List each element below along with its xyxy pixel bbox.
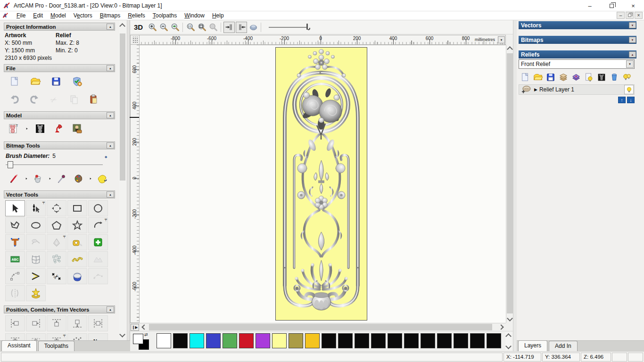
paste-button[interactable] xyxy=(86,92,102,107)
select-vectors-tool[interactable] xyxy=(5,200,25,216)
paragraph-text-tool[interactable]: ABC xyxy=(5,251,25,267)
palette-swatch-19[interactable] xyxy=(470,333,485,348)
relief-layers-button[interactable] xyxy=(570,71,582,83)
new-model-button[interactable] xyxy=(7,74,23,89)
wrap-vectors-tool[interactable] xyxy=(26,285,46,301)
palette-swatch-3[interactable] xyxy=(206,333,221,348)
palette-swatch-18[interactable] xyxy=(454,333,468,348)
palette-swatch-4[interactable] xyxy=(223,333,237,348)
align-centre-inside-button[interactable] xyxy=(26,333,46,340)
swap-colours-icon[interactable]: ⇄ xyxy=(144,332,148,337)
tab-add-in[interactable]: Add In xyxy=(549,341,578,351)
nesting-button[interactable]: Nes xyxy=(88,333,108,340)
2d-view-canvas[interactable] xyxy=(140,45,506,323)
create-circle-tool[interactable] xyxy=(88,200,108,216)
pan-mode-button[interactable]: ❙▶ xyxy=(131,324,139,331)
palette-swatch-8[interactable] xyxy=(289,333,303,348)
collapse-bitmap-tools-button[interactable]: ▲ xyxy=(107,142,114,148)
create-polygon-tool[interactable] xyxy=(47,217,66,233)
scroll-up-icon[interactable] xyxy=(505,333,512,339)
canvas-vertical-scrollbar[interactable] xyxy=(506,45,513,323)
palette-swatch-1[interactable] xyxy=(173,333,188,348)
child-close-icon[interactable]: × xyxy=(635,12,643,19)
lighting-button[interactable] xyxy=(50,122,66,136)
palette-swatch-16[interactable] xyxy=(421,333,435,348)
open-relief-button[interactable] xyxy=(531,71,544,83)
expand-bitmaps-button[interactable]: ▼ xyxy=(629,37,636,43)
collapse-project-info-button[interactable]: ▲ xyxy=(107,24,114,30)
move-layer-up-button[interactable]: ↑ xyxy=(618,97,626,103)
set-model-size-button[interactable]: T xyxy=(6,122,22,136)
layer-visibility-button[interactable] xyxy=(624,85,634,94)
palette-swatch-2[interactable] xyxy=(190,333,204,348)
flood-fill-tool[interactable] xyxy=(30,172,46,186)
move-layer-down-button[interactable]: ↓ xyxy=(627,97,635,103)
relief-layer-row[interactable]: ▶ Relief Layer 1 xyxy=(519,84,635,95)
redo-button[interactable] xyxy=(26,92,42,107)
switch-3d-view-button[interactable]: 3D xyxy=(130,22,147,33)
collapse-reliefs-button[interactable]: ▲ xyxy=(629,51,636,58)
envelope-distortion-tool[interactable] xyxy=(26,251,46,267)
menu-window[interactable]: Window xyxy=(181,11,208,20)
scroll-thumb[interactable] xyxy=(149,324,492,330)
collapse-vector-tools-button[interactable]: ▲ xyxy=(107,191,114,197)
palette-swatch-14[interactable] xyxy=(388,333,402,348)
palette-swatch-20[interactable] xyxy=(487,333,501,348)
palette-swatch-13[interactable] xyxy=(371,333,386,348)
tab-assistant[interactable]: Assistant xyxy=(1,340,37,351)
palette-swatch-10[interactable] xyxy=(322,333,336,348)
slice-vectors-tool[interactable] xyxy=(5,285,25,301)
brush-slider-handle[interactable] xyxy=(8,161,13,168)
collapse-file-button[interactable]: ▲ xyxy=(107,65,114,71)
create-ellipse-tool[interactable] xyxy=(26,217,46,233)
create-text-tool[interactable] xyxy=(5,234,25,250)
undo-button[interactable] xyxy=(7,92,23,107)
create-bisector-tool[interactable] xyxy=(26,268,46,284)
menu-edit[interactable]: Edit xyxy=(29,11,47,20)
menu-file[interactable]: File xyxy=(13,11,29,20)
close-icon[interactable]: × xyxy=(622,0,644,11)
palette-scrollbar[interactable] xyxy=(505,332,512,350)
preview-relief-button[interactable] xyxy=(248,22,259,33)
palette-swatch-6[interactable] xyxy=(256,333,270,348)
relief-stack-button[interactable] xyxy=(557,71,570,83)
align-bottom-button[interactable] xyxy=(67,315,87,331)
save-relief-button[interactable] xyxy=(544,71,557,83)
fit-arcs-tool[interactable] xyxy=(5,268,25,284)
open-model-button[interactable] xyxy=(27,74,43,89)
assistant-scrollbar[interactable] xyxy=(119,20,126,340)
palette-swatch-5[interactable] xyxy=(239,333,254,348)
palette-swatch-0[interactable] xyxy=(157,333,171,348)
right-panel-splitter[interactable] xyxy=(513,20,517,351)
measure-tool[interactable] xyxy=(67,234,87,250)
freeform-curve-tool[interactable] xyxy=(67,251,87,267)
scroll-down-icon[interactable] xyxy=(507,315,513,321)
pick-colour-tool[interactable] xyxy=(54,172,70,186)
align-left-button[interactable] xyxy=(5,315,25,331)
expand-layer-icon[interactable]: ▶ xyxy=(534,87,537,92)
child-minimize-icon[interactable]: – xyxy=(617,12,625,19)
palette-swatch-12[interactable] xyxy=(355,333,369,348)
zoom-1to1-button[interactable]: 1:1 xyxy=(185,22,196,33)
contrast-slider[interactable] xyxy=(269,23,314,32)
scroll-thumb[interactable] xyxy=(120,33,125,181)
ruler-units-dropdown[interactable]: ▼ xyxy=(498,36,505,43)
relief-select-dropdown[interactable]: Front Relief ▼ xyxy=(519,59,635,69)
link-colours-tool[interactable] xyxy=(94,172,110,186)
menu-reliefs[interactable]: Reliefs xyxy=(124,11,149,20)
tab-layers[interactable]: Layers xyxy=(518,340,547,351)
previous-bitmap-layer-button[interactable] xyxy=(223,22,235,33)
zoom-in-button[interactable] xyxy=(147,22,158,33)
align-centre-button[interactable] xyxy=(88,315,108,331)
node-editing-tool[interactable]: ╤ xyxy=(26,200,46,216)
scroll-up-icon[interactable] xyxy=(507,46,513,52)
palette-swatch-9[interactable] xyxy=(305,333,320,348)
paint-tool[interactable] xyxy=(7,172,23,186)
delete-layer-button[interactable] xyxy=(608,71,620,83)
primary-colour-swatch[interactable] xyxy=(133,334,143,344)
create-rectangle-tool[interactable] xyxy=(67,200,87,216)
zoom-previous-button[interactable] xyxy=(169,22,181,33)
menu-model[interactable]: Model xyxy=(47,11,70,20)
options-button[interactable] xyxy=(69,74,85,89)
minimize-icon[interactable]: – xyxy=(579,0,601,11)
